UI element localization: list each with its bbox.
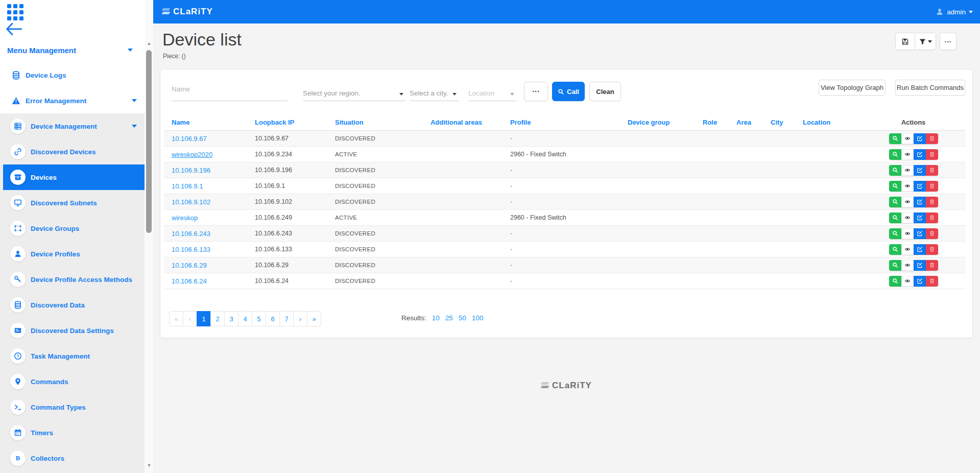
page-button-1[interactable]: 1 <box>197 311 211 326</box>
sidebar-item-discovered-subnets[interactable]: Discovered Subnets <box>0 190 145 216</box>
row-delete-button[interactable] <box>926 228 938 239</box>
device-name-link[interactable]: 10.106.9.196 <box>172 167 210 174</box>
row-view-button[interactable] <box>901 244 914 255</box>
row-view-button[interactable] <box>901 181 914 192</box>
sidebar-item-device-management[interactable]: Device Management <box>0 113 145 139</box>
page-button-first[interactable]: « <box>169 311 183 326</box>
row-view-button[interactable] <box>901 149 914 160</box>
row-delete-button[interactable] <box>926 244 938 255</box>
row-view-button[interactable] <box>901 260 914 271</box>
column-header-name[interactable]: Name <box>164 117 251 131</box>
row-edit-button[interactable] <box>914 228 926 239</box>
run-batch-commands-button[interactable]: Run Batch Commands <box>895 80 965 96</box>
sidebar-item-commands[interactable]: Commands <box>0 369 145 394</box>
device-name-link[interactable]: 10.106.9.102 <box>172 198 210 206</box>
device-name-link[interactable]: wireskop2020 <box>172 151 212 158</box>
page-button-7[interactable]: 7 <box>279 311 294 326</box>
filter-button[interactable] <box>915 33 936 50</box>
page-button-prev[interactable]: ‹ <box>183 311 197 326</box>
row-search-button[interactable] <box>889 260 901 271</box>
device-name-link[interactable]: 10.106.6.243 <box>172 230 210 238</box>
device-name-link[interactable]: wireskop <box>172 214 198 222</box>
results-option-100[interactable]: 100 <box>472 314 484 322</box>
page-button-6[interactable]: 6 <box>266 311 280 326</box>
user-menu[interactable]: admin <box>936 0 973 23</box>
column-header-additional-areas[interactable]: Additional areas <box>407 117 506 131</box>
column-header-location[interactable]: Location <box>799 117 861 131</box>
row-edit-button[interactable] <box>914 165 926 176</box>
row-delete-button[interactable] <box>926 181 938 192</box>
sidebar-item-devices[interactable]: Devices <box>3 164 145 190</box>
column-header-city[interactable]: City <box>767 117 799 131</box>
scrollbar-up-arrow-icon[interactable]: ▲ <box>147 41 152 46</box>
sidebar-menu-title[interactable]: Menu Management <box>7 46 140 55</box>
row-edit-button[interactable] <box>914 133 926 144</box>
sidebar-item-discovered-data-settings[interactable]: Discovered Data Settings <box>0 318 145 343</box>
row-edit-button[interactable] <box>914 149 926 160</box>
row-edit-button[interactable] <box>914 244 926 255</box>
row-search-button[interactable] <box>889 244 901 255</box>
device-name-link[interactable]: 10.106.6.29 <box>172 262 207 269</box>
row-view-button[interactable] <box>901 133 914 144</box>
city-select[interactable]: Select a city. <box>410 81 459 101</box>
column-header-loopback-ip[interactable]: Loopback IP <box>251 117 331 131</box>
more-options-button[interactable]: ... <box>940 33 957 50</box>
sidebar-item-device-profiles[interactable]: Device Profiles <box>0 241 145 267</box>
row-delete-button[interactable] <box>926 165 938 176</box>
sidebar-item-discovered-data[interactable]: Discovered Data <box>0 292 145 318</box>
page-button-last[interactable]: » <box>307 311 321 326</box>
sidebar-item-device-profile-access-methods[interactable]: Device Profile Access Methods <box>0 267 145 292</box>
row-view-button[interactable] <box>901 165 914 176</box>
page-button-5[interactable]: 5 <box>252 311 266 326</box>
row-view-button[interactable] <box>901 197 914 207</box>
row-search-button[interactable] <box>889 181 901 192</box>
results-option-50[interactable]: 50 <box>459 314 466 322</box>
page-button-3[interactable]: 3 <box>224 311 238 326</box>
row-view-button[interactable] <box>901 276 914 287</box>
sidebar-item-device-groups[interactable]: Device Groups <box>0 216 145 241</box>
device-name-link[interactable]: 10.106.6.24 <box>172 277 207 285</box>
row-delete-button[interactable] <box>926 260 938 271</box>
device-name-link[interactable]: 10.106.9.67 <box>172 135 207 143</box>
call-button[interactable]: Call <box>552 82 585 101</box>
column-header-profile[interactable]: Profile <box>506 117 624 131</box>
name-filter-input[interactable] <box>172 81 288 101</box>
row-delete-button[interactable] <box>926 197 938 207</box>
column-header-device-group[interactable]: Device group <box>624 117 699 131</box>
row-edit-button[interactable] <box>914 181 926 192</box>
row-delete-button[interactable] <box>926 149 938 160</box>
results-option-10[interactable]: 10 <box>432 314 440 322</box>
column-header-situation[interactable]: Situation <box>331 117 407 131</box>
row-edit-button[interactable] <box>914 276 926 287</box>
more-filters-button[interactable]: ... <box>524 82 548 101</box>
region-select[interactable]: Select your region. <box>303 81 405 101</box>
page-button-4[interactable]: 4 <box>238 311 252 326</box>
row-edit-button[interactable] <box>914 212 926 223</box>
row-edit-button[interactable] <box>914 260 926 271</box>
row-search-button[interactable] <box>889 149 901 160</box>
row-search-button[interactable] <box>889 276 901 287</box>
sidebar-item-collectors[interactable]: BCollectors <box>0 445 145 471</box>
row-delete-button[interactable] <box>926 276 938 287</box>
row-search-button[interactable] <box>889 228 901 239</box>
results-option-25[interactable]: 25 <box>445 314 453 322</box>
row-search-button[interactable] <box>889 165 901 176</box>
row-search-button[interactable] <box>889 197 901 207</box>
back-arrow-icon[interactable] <box>5 21 23 37</box>
sidebar-item-command-types[interactable]: Command Types <box>0 394 145 420</box>
sidebar-item-task-management[interactable]: Task Management <box>0 343 145 369</box>
sidebar-item-error-management[interactable]: Error Management <box>0 88 145 113</box>
sidebar-item-timers[interactable]: Timers <box>0 420 145 445</box>
row-search-button[interactable] <box>889 133 901 144</box>
save-button[interactable] <box>895 33 915 50</box>
view-topology-graph-button[interactable]: View Topology Graph <box>819 80 886 96</box>
column-header-role[interactable]: Role <box>699 117 732 131</box>
row-delete-button[interactable] <box>926 212 938 223</box>
device-name-link[interactable]: 10.106.9.1 <box>172 182 203 190</box>
sidebar-item-device-logs[interactable]: Device Logs <box>0 62 145 88</box>
device-name-link[interactable]: 10.106.6.133 <box>172 246 210 253</box>
column-header-area[interactable]: Area <box>732 117 767 131</box>
scrollbar-down-arrow-icon[interactable]: ▼ <box>147 463 152 468</box>
row-delete-button[interactable] <box>926 133 938 144</box>
row-view-button[interactable] <box>901 228 914 239</box>
